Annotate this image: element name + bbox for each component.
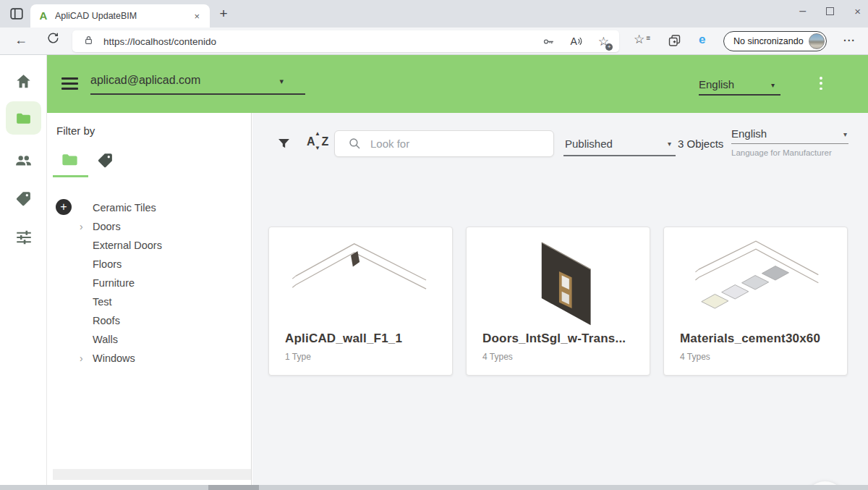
category-row[interactable]: External Doors xyxy=(47,237,252,256)
home-icon xyxy=(14,72,33,90)
window-minimize-button[interactable]: – xyxy=(799,4,806,17)
sidebar-item-settings[interactable] xyxy=(0,228,47,247)
tag-icon xyxy=(14,190,33,208)
sidebar-item-home[interactable] xyxy=(0,72,47,90)
manufacturer-language-underline xyxy=(731,143,848,144)
sidebar-item-folders[interactable] xyxy=(0,109,47,127)
tag-icon xyxy=(96,151,114,169)
app-header: aplicad@aplicad.com ▾ English ▾ xyxy=(47,55,868,113)
funnel-icon xyxy=(276,136,292,151)
category-item-test[interactable]: Test xyxy=(93,296,112,308)
browser-window: A ApliCAD UpdateBIM × + – × ← https://lo… xyxy=(0,0,868,490)
category-item-doors[interactable]: Doors xyxy=(93,221,121,232)
scrollbar-thumb[interactable] xyxy=(208,485,259,490)
nav-rail xyxy=(0,55,47,485)
status-filter-value: Published xyxy=(565,138,613,150)
collections-icon[interactable] xyxy=(667,33,682,51)
door-thumbnail xyxy=(475,233,642,327)
account-underline xyxy=(90,93,305,95)
filter-funnel-button[interactable] xyxy=(276,136,292,154)
account-email: aplicad@aplicad.com xyxy=(90,74,200,86)
sync-status: No sincronizando xyxy=(733,36,809,46)
category-row[interactable]: › Doors xyxy=(47,219,252,237)
refresh-button[interactable] xyxy=(46,31,60,48)
favorites-hub-icon[interactable]: ☆ ≡ xyxy=(634,32,644,47)
tab-filter-by-tag[interactable] xyxy=(96,151,114,172)
password-key-icon[interactable] xyxy=(542,35,556,48)
category-item-roofs[interactable]: Roofs xyxy=(93,315,120,326)
language-underline xyxy=(699,94,780,96)
card-title: ApliCAD_wall_F1_1 xyxy=(285,331,441,346)
category-item-floors[interactable]: Floors xyxy=(93,258,122,270)
url-text[interactable]: https://localhost/contenido xyxy=(103,36,542,47)
object-card-door[interactable]: Doors_IntSgl_w-Trans... 4 Types xyxy=(466,227,650,376)
search-input[interactable] xyxy=(370,138,529,150)
profile-sync-button[interactable]: No sincronizando xyxy=(723,31,827,51)
filter-panel: Filter by + Ceramic Tiles › Doors Extern… xyxy=(47,113,252,485)
content-area: A▲▼ Z Published ▾ 3 Objects English ▾ La… xyxy=(252,113,868,485)
sort-az-button[interactable]: A▲▼ Z xyxy=(307,135,327,148)
new-tab-button[interactable]: + xyxy=(216,6,231,22)
caret-down-icon: ▾ xyxy=(843,130,847,138)
window-close-button[interactable]: × xyxy=(854,5,861,17)
sidebar-item-tags[interactable] xyxy=(0,190,47,208)
account-dropdown[interactable]: aplicad@aplicad.com ▾ xyxy=(90,74,305,87)
category-item-furniture[interactable]: Furniture xyxy=(93,277,135,289)
ie-mode-icon[interactable]: e xyxy=(699,33,705,47)
caret-down-icon: ▾ xyxy=(771,81,775,89)
status-filter-dropdown[interactable]: Published ▾ xyxy=(565,138,676,151)
tab-filter-by-folder[interactable] xyxy=(60,150,80,172)
add-favorite-icon[interactable]: ☆ + xyxy=(598,34,609,49)
panel-scrollbar-track[interactable] xyxy=(53,469,251,480)
wall-thumbnail xyxy=(278,233,444,327)
category-item-windows[interactable]: Windows xyxy=(93,352,135,364)
app-language-value: English xyxy=(699,78,734,90)
card-types-count: 1 Type xyxy=(285,352,311,362)
category-row[interactable]: Roofs xyxy=(47,313,252,331)
browser-tab[interactable]: A ApliCAD UpdateBIM × xyxy=(30,4,210,28)
materials-thumbnail xyxy=(673,233,839,327)
header-overflow-menu-icon[interactable] xyxy=(820,77,822,90)
search-box[interactable] xyxy=(334,130,554,157)
menu-hamburger-icon[interactable] xyxy=(61,77,78,93)
lock-icon[interactable] xyxy=(82,34,95,49)
category-row[interactable]: Test xyxy=(47,294,252,313)
category-item-ceramic-tiles[interactable]: Ceramic Tiles xyxy=(93,202,156,214)
tab-close-icon[interactable]: × xyxy=(191,9,203,23)
back-button[interactable]: ← xyxy=(14,33,27,48)
horizontal-scrollbar[interactable] xyxy=(0,485,868,490)
window-maximize-button[interactable] xyxy=(826,7,834,15)
app-language-dropdown[interactable]: English ▾ xyxy=(699,78,780,91)
tab-workspaces-icon[interactable] xyxy=(9,6,25,22)
folder-icon xyxy=(14,109,33,127)
chevron-right-icon[interactable]: › xyxy=(80,221,83,232)
category-item-external-doors[interactable]: External Doors xyxy=(93,240,162,251)
address-bar[interactable]: https://localhost/contenido A ☆ + xyxy=(72,30,619,52)
app-area: aplicad@aplicad.com ▾ English ▾ Filter b… xyxy=(0,55,868,485)
card-title: Materials_cement30x60 xyxy=(680,331,835,346)
window-controls: – × xyxy=(799,4,861,17)
manufacturer-language-caption: Language for Manufacturer xyxy=(731,148,832,157)
sidebar-item-users[interactable] xyxy=(0,151,47,170)
manufacturer-language-dropdown[interactable]: English ▾ Language for Manufacturer xyxy=(731,127,848,140)
object-card-wall[interactable]: ApliCAD_wall_F1_1 1 Type xyxy=(268,227,453,376)
filter-panel-title: Filter by xyxy=(56,124,95,137)
card-title: Doors_IntSgl_w-Trans... xyxy=(482,331,638,346)
category-item-walls[interactable]: Walls xyxy=(93,334,118,345)
object-card-materials[interactable]: Materials_cement30x60 4 Types xyxy=(663,227,848,376)
status-filter-underline xyxy=(563,155,676,156)
chevron-right-icon[interactable]: › xyxy=(80,352,83,364)
objects-count: 3 Objects xyxy=(678,138,723,150)
read-aloud-icon[interactable]: A xyxy=(570,35,583,47)
browser-menu-icon[interactable]: ··· xyxy=(843,35,856,46)
tab-title: ApliCAD UpdateBIM xyxy=(55,11,191,21)
category-row[interactable]: › Windows xyxy=(47,350,252,369)
category-row[interactable]: Walls xyxy=(47,331,252,350)
caret-down-icon: ▾ xyxy=(279,77,284,86)
category-row[interactable]: Ceramic Tiles xyxy=(47,200,252,219)
category-row[interactable]: Floors xyxy=(47,256,252,275)
card-types-count: 4 Types xyxy=(482,352,513,362)
folder-icon xyxy=(60,150,80,169)
category-row[interactable]: Furniture xyxy=(47,275,252,294)
search-icon xyxy=(348,137,362,151)
